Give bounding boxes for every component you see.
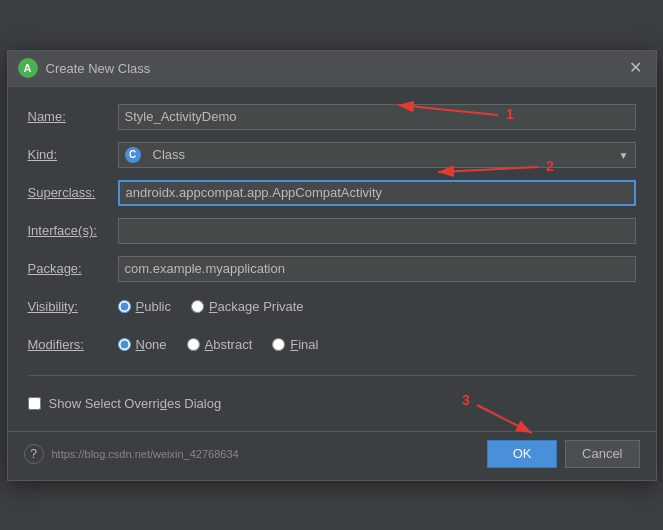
create-new-class-dialog: A Create New Class ✕ Name: Kind: C Class: [7, 50, 657, 481]
modifiers-abstract-label: Abstract: [205, 337, 253, 352]
dialog-title: Create New Class: [46, 61, 625, 76]
dialog-footer: ? https://blog.csdn.net/weixin_42768634 …: [8, 431, 656, 480]
name-field-wrapper: [118, 104, 636, 130]
superclass-field-wrapper: [118, 180, 636, 206]
title-bar: A Create New Class ✕: [8, 51, 656, 87]
name-label: Name:: [28, 109, 118, 124]
modifiers-none-label: None: [136, 337, 167, 352]
name-row: Name:: [28, 103, 636, 131]
package-label: Package:: [28, 261, 118, 276]
dialog-icon: A: [18, 58, 38, 78]
interfaces-row: Interface(s):: [28, 217, 636, 245]
cancel-button[interactable]: Cancel: [565, 440, 639, 468]
footer-url: https://blog.csdn.net/weixin_42768634: [52, 448, 239, 460]
superclass-row: Superclass:: [28, 179, 636, 207]
footer-buttons: 3 OK Cancel: [487, 440, 639, 468]
modifiers-none-option[interactable]: None: [118, 337, 167, 352]
footer-left: ? https://blog.csdn.net/weixin_42768634: [24, 444, 239, 464]
modifiers-final-label: Final: [290, 337, 318, 352]
ok-button[interactable]: OK: [487, 440, 557, 468]
modifiers-row: Modifiers: None Abstract Final: [28, 331, 636, 359]
kind-select-display[interactable]: C Class ▼: [118, 142, 636, 168]
show-overrides-row: Show Select Overrides Dialog: [28, 392, 636, 415]
interfaces-input[interactable]: [118, 218, 636, 244]
kind-label: Kind:: [28, 147, 118, 162]
dialog-body: Name: Kind: C Class ▼ Superclass:: [8, 87, 656, 431]
interfaces-field-wrapper: [118, 218, 636, 244]
visibility-public-option[interactable]: Public: [118, 299, 171, 314]
modifiers-label: Modifiers:: [28, 337, 118, 352]
modifiers-final-option[interactable]: Final: [272, 337, 318, 352]
visibility-label: Visibility:: [28, 299, 118, 314]
show-overrides-label: Show Select Overrides Dialog: [49, 396, 222, 411]
package-field-wrapper: [118, 256, 636, 282]
modifiers-radio-group: None Abstract Final: [118, 337, 636, 352]
interfaces-label: Interface(s):: [28, 223, 118, 238]
kind-field-wrapper: C Class ▼: [118, 142, 636, 168]
package-row: Package:: [28, 255, 636, 283]
close-button[interactable]: ✕: [625, 58, 646, 78]
visibility-package-private-option[interactable]: Package Private: [191, 299, 304, 314]
visibility-radio-group: Public Package Private: [118, 299, 636, 314]
show-overrides-checkbox[interactable]: [28, 397, 41, 410]
kind-value-label: Class: [153, 147, 186, 162]
package-input[interactable]: [118, 256, 636, 282]
visibility-public-label: Public: [136, 299, 171, 314]
name-input[interactable]: [118, 104, 636, 130]
modifiers-abstract-option[interactable]: Abstract: [187, 337, 253, 352]
help-button[interactable]: ?: [24, 444, 44, 464]
kind-dropdown-arrow: ▼: [619, 149, 629, 160]
superclass-label: Superclass:: [28, 185, 118, 200]
visibility-row: Visibility: Public Package Private: [28, 293, 636, 321]
visibility-package-private-label: Package Private: [209, 299, 304, 314]
kind-class-icon: C: [125, 147, 141, 163]
divider: [28, 375, 636, 376]
kind-row: Kind: C Class ▼: [28, 141, 636, 169]
superclass-input[interactable]: [118, 180, 636, 206]
